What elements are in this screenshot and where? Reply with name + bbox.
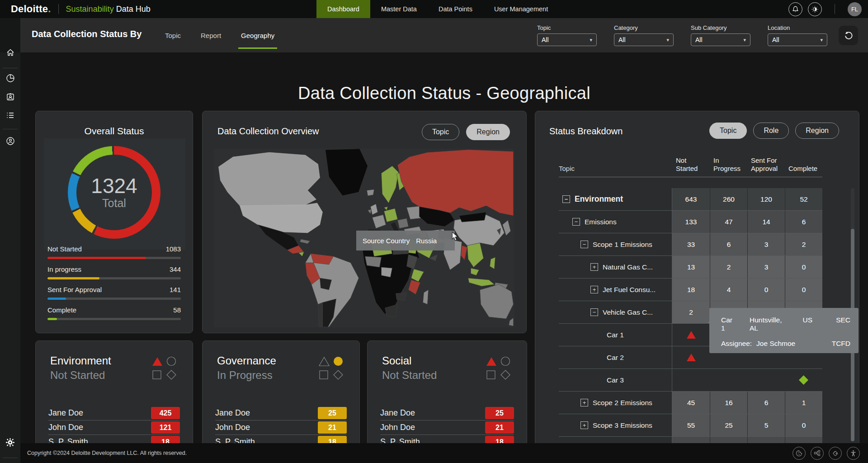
accessibility-icon[interactable] <box>847 447 860 460</box>
filter-topic: Topic All▾ <box>537 24 597 46</box>
circle-icon[interactable] <box>500 356 510 366</box>
tab-report[interactable]: Report <box>201 18 221 52</box>
table-row-emissions[interactable]: Emissions 13347146 <box>559 211 822 233</box>
id-badge-icon[interactable] <box>0 92 20 101</box>
not-started-triangle-icon[interactable] <box>686 353 696 362</box>
logo-dot: . <box>48 3 51 14</box>
diamond-icon[interactable] <box>500 370 510 380</box>
square-icon[interactable] <box>319 370 329 380</box>
list-item[interactable]: Jane Doe25 <box>215 406 347 420</box>
list-item[interactable]: Jane Doe25 <box>380 406 514 420</box>
pie-chart-icon[interactable] <box>0 74 20 83</box>
table-row-scope-3-emissions[interactable]: Scope 3 Emissions 552550 <box>559 414 822 437</box>
list-item[interactable]: Jane Doe425 <box>48 406 180 420</box>
cookie-settings-icon[interactable] <box>793 447 806 460</box>
expand-icon[interactable] <box>590 263 598 271</box>
nav-dashboard[interactable]: Dashboard <box>316 0 370 18</box>
table-row-scope-2-emissions[interactable]: Scope 2 Emissions 451661 <box>559 392 822 414</box>
reset-filters-button[interactable] <box>839 26 858 45</box>
theme-toggle-icon[interactable] <box>808 2 822 16</box>
breakdown-topic-button[interactable]: Topic <box>709 123 747 139</box>
sidebar-top-segment <box>0 18 20 52</box>
collapse-icon[interactable] <box>572 218 580 226</box>
top-bar: Deloitte. Sustainability Data Hub Dashbo… <box>0 0 868 18</box>
table-row-natural-gas[interactable]: Natural Gas C... 13230 <box>559 256 822 279</box>
status-item-in-progress: In progress344 <box>47 265 181 279</box>
notifications-bell-icon[interactable] <box>788 2 802 16</box>
location-select[interactable]: All▾ <box>768 33 827 46</box>
home-icon[interactable] <box>0 48 20 57</box>
tags-icon[interactable] <box>829 447 842 460</box>
value-badge: 425 <box>151 407 180 419</box>
breakdown-region-button[interactable]: Region <box>795 123 839 139</box>
collapse-icon[interactable] <box>562 195 570 203</box>
list-item[interactable]: John Doe21 <box>380 420 514 435</box>
table-row-jet-fuel[interactable]: Jet Fuel Consu... 18400 <box>559 279 822 301</box>
nav-user-management[interactable]: User Management <box>483 0 559 18</box>
tab-topic[interactable]: Topic <box>165 18 181 52</box>
expand-icon[interactable] <box>590 286 598 293</box>
triangle-icon[interactable] <box>486 356 497 366</box>
column-sent-for-approval: Sent For Approval <box>747 156 785 172</box>
expand-icon[interactable] <box>580 421 588 429</box>
sitemap-icon[interactable] <box>811 447 824 460</box>
breakdown-title: Status Breakdown <box>549 126 623 137</box>
divider <box>3 129 18 129</box>
square-icon[interactable] <box>152 370 162 380</box>
tooltip-framework-sec: SEC <box>836 316 850 332</box>
circle-icon[interactable] <box>166 356 176 366</box>
topic-select[interactable]: All▾ <box>537 33 597 46</box>
user-avatar[interactable]: FL <box>848 2 862 16</box>
list-item[interactable]: John Doe121 <box>48 420 180 435</box>
table-row-scope-1-emissions[interactable]: Scope 1 Emissions 33632 <box>559 233 822 256</box>
shape-filter <box>319 356 344 380</box>
deloitte-logo[interactable]: Deloitte. <box>11 3 51 15</box>
overview-toggle: Topic Region <box>422 124 510 140</box>
diamond-icon[interactable] <box>166 370 176 380</box>
total-value: 1324 <box>91 175 137 197</box>
triangle-icon[interactable] <box>319 356 330 366</box>
divider <box>3 458 18 458</box>
overview-topic-button[interactable]: Topic <box>422 124 459 140</box>
collapse-icon[interactable] <box>580 241 588 248</box>
triangle-icon[interactable] <box>152 356 163 366</box>
footer-icons <box>793 447 860 460</box>
table-row-environment[interactable]: Environment 64326012052 <box>559 188 822 211</box>
category-select[interactable]: All▾ <box>614 33 674 46</box>
status-breakdown-card: Status Breakdown Topic Role Region Topic… <box>535 111 859 449</box>
topbar-tools: FL <box>788 0 862 18</box>
divider <box>835 4 835 14</box>
world-map[interactable]: Source Country Russia Not Started In Pro… <box>214 149 514 327</box>
tab-geography[interactable]: Geography <box>241 18 274 52</box>
overview-title: Data Collection Overview <box>217 126 319 137</box>
view-tabs: Topic Report Geography <box>165 18 274 52</box>
complete-diamond-icon[interactable] <box>799 375 808 385</box>
gear-icon[interactable] <box>0 438 20 447</box>
governance-summary-card: Governance In Progress Jane Doe25 John D… <box>202 340 360 458</box>
overview-region-button[interactable]: Region <box>466 124 510 140</box>
list-item[interactable]: John Doe21 <box>215 420 347 435</box>
circle-icon[interactable] <box>333 356 343 366</box>
tooltip-assignee-label: Assignee: <box>721 340 752 348</box>
filter-label: Location <box>768 24 827 31</box>
nav-master-data[interactable]: Master Data <box>370 0 428 18</box>
nav-data-points[interactable]: Data Points <box>428 0 483 18</box>
overall-status-title: Overall Status <box>36 126 193 137</box>
card-title: Environment <box>50 354 111 367</box>
value-badge: 25 <box>318 407 347 419</box>
expand-icon[interactable] <box>580 399 588 406</box>
collapse-icon[interactable] <box>590 308 598 316</box>
overall-status-donut-chart[interactable]: 1324 Total <box>68 146 160 239</box>
not-started-triangle-icon[interactable] <box>686 331 696 339</box>
column-not-started: Not Started <box>672 156 710 172</box>
square-icon[interactable] <box>486 370 496 380</box>
list-icon[interactable] <box>0 111 20 120</box>
tooltip-framework-tcfd: TCFD <box>832 340 850 348</box>
sub-category-select[interactable]: All▾ <box>691 33 750 46</box>
overall-status-card: Overall Status 1324 Total Not Started108… <box>35 111 193 333</box>
user-circle-icon[interactable] <box>0 137 20 146</box>
value-badge: 121 <box>151 421 180 434</box>
diamond-icon[interactable] <box>333 370 343 380</box>
table-row-car-3[interactable]: Car 3 <box>559 369 822 392</box>
breakdown-role-button[interactable]: Role <box>753 123 789 139</box>
